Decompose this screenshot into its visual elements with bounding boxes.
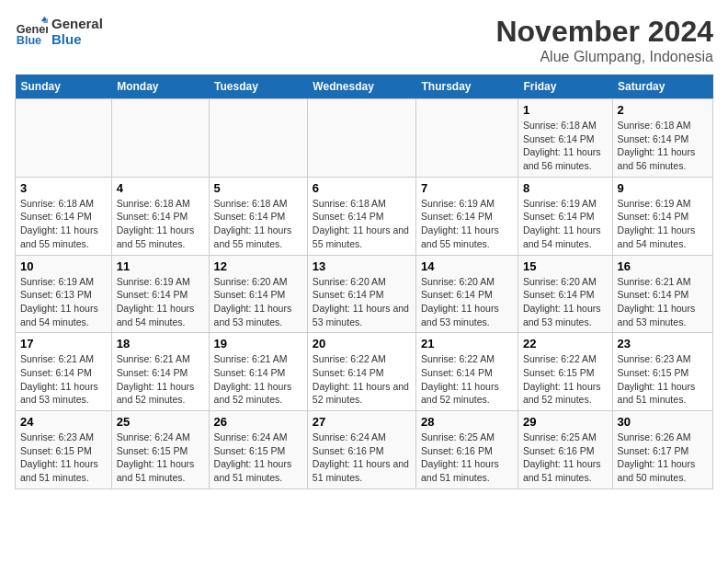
day-info: Sunrise: 6:19 AM Sunset: 6:14 PM Dayligh… xyxy=(618,197,708,251)
calendar-cell: 2Sunrise: 6:18 AM Sunset: 6:14 PM Daylig… xyxy=(612,99,712,178)
day-number: 27 xyxy=(313,415,411,429)
day-info: Sunrise: 6:19 AM Sunset: 6:13 PM Dayligh… xyxy=(20,275,107,329)
day-number: 2 xyxy=(618,103,708,117)
day-number: 29 xyxy=(523,415,608,429)
calendar-cell: 19Sunrise: 6:21 AM Sunset: 6:14 PM Dayli… xyxy=(209,333,307,411)
calendar-cell: 24Sunrise: 6:23 AM Sunset: 6:15 PM Dayli… xyxy=(16,411,112,489)
calendar-cell: 22Sunrise: 6:22 AM Sunset: 6:15 PM Dayli… xyxy=(518,333,612,411)
day-info: Sunrise: 6:19 AM Sunset: 6:14 PM Dayligh… xyxy=(117,275,204,329)
day-number: 13 xyxy=(313,259,411,273)
day-number: 7 xyxy=(421,181,513,195)
calendar-day-header: Sunday xyxy=(16,75,112,99)
day-info: Sunrise: 6:23 AM Sunset: 6:15 PM Dayligh… xyxy=(20,431,107,485)
calendar-cell: 13Sunrise: 6:20 AM Sunset: 6:14 PM Dayli… xyxy=(307,255,415,333)
calendar-cell: 30Sunrise: 6:26 AM Sunset: 6:17 PM Dayli… xyxy=(612,411,712,489)
day-number: 26 xyxy=(214,415,302,429)
day-number: 23 xyxy=(618,337,708,350)
day-info: Sunrise: 6:19 AM Sunset: 6:14 PM Dayligh… xyxy=(421,197,513,251)
page-header: General Blue General Blue November 2024 … xyxy=(15,15,713,65)
day-number: 21 xyxy=(421,337,513,350)
logo: General Blue General Blue xyxy=(15,15,103,48)
day-info: Sunrise: 6:20 AM Sunset: 6:14 PM Dayligh… xyxy=(313,275,411,329)
day-number: 8 xyxy=(523,181,608,195)
day-number: 6 xyxy=(313,181,411,195)
logo-blue: Blue xyxy=(51,31,103,47)
calendar-table: SundayMondayTuesdayWednesdayThursdayFrid… xyxy=(15,75,713,489)
calendar-cell: 8Sunrise: 6:19 AM Sunset: 6:14 PM Daylig… xyxy=(518,177,612,255)
day-number: 18 xyxy=(117,337,204,350)
day-info: Sunrise: 6:23 AM Sunset: 6:15 PM Dayligh… xyxy=(618,352,708,407)
calendar-cell: 15Sunrise: 6:20 AM Sunset: 6:14 PM Dayli… xyxy=(518,255,612,333)
calendar-cell: 28Sunrise: 6:25 AM Sunset: 6:16 PM Dayli… xyxy=(416,411,518,489)
calendar-cell: 26Sunrise: 6:24 AM Sunset: 6:15 PM Dayli… xyxy=(209,411,307,489)
day-info: Sunrise: 6:26 AM Sunset: 6:17 PM Dayligh… xyxy=(618,431,708,485)
calendar-week-row: 1Sunrise: 6:18 AM Sunset: 6:14 PM Daylig… xyxy=(16,99,713,178)
day-info: Sunrise: 6:18 AM Sunset: 6:14 PM Dayligh… xyxy=(313,197,411,251)
calendar-cell: 6Sunrise: 6:18 AM Sunset: 6:14 PM Daylig… xyxy=(307,177,415,255)
calendar-cell: 29Sunrise: 6:25 AM Sunset: 6:16 PM Dayli… xyxy=(518,411,612,489)
day-number: 30 xyxy=(618,415,708,429)
calendar-day-header: Tuesday xyxy=(209,75,307,99)
calendar-day-header: Friday xyxy=(518,75,612,99)
day-info: Sunrise: 6:18 AM Sunset: 6:14 PM Dayligh… xyxy=(523,119,608,173)
day-number: 16 xyxy=(618,259,708,273)
calendar-cell: 17Sunrise: 6:21 AM Sunset: 6:14 PM Dayli… xyxy=(16,333,112,411)
day-number: 17 xyxy=(20,337,107,350)
calendar-cell: 25Sunrise: 6:24 AM Sunset: 6:15 PM Dayli… xyxy=(111,411,209,489)
day-info: Sunrise: 6:18 AM Sunset: 6:14 PM Dayligh… xyxy=(20,197,107,251)
day-info: Sunrise: 6:18 AM Sunset: 6:14 PM Dayligh… xyxy=(117,197,204,251)
day-info: Sunrise: 6:24 AM Sunset: 6:15 PM Dayligh… xyxy=(117,431,204,485)
calendar-cell xyxy=(307,99,415,178)
day-number: 12 xyxy=(214,259,302,273)
calendar-cell: 20Sunrise: 6:22 AM Sunset: 6:14 PM Dayli… xyxy=(307,333,415,411)
day-number: 4 xyxy=(117,181,204,195)
day-info: Sunrise: 6:25 AM Sunset: 6:16 PM Dayligh… xyxy=(523,431,608,485)
day-info: Sunrise: 6:18 AM Sunset: 6:14 PM Dayligh… xyxy=(618,119,708,173)
calendar-cell: 27Sunrise: 6:24 AM Sunset: 6:16 PM Dayli… xyxy=(307,411,415,489)
day-number: 1 xyxy=(523,103,608,117)
day-info: Sunrise: 6:22 AM Sunset: 6:15 PM Dayligh… xyxy=(523,352,608,407)
calendar-header-row: SundayMondayTuesdayWednesdayThursdayFrid… xyxy=(16,75,713,99)
day-info: Sunrise: 6:21 AM Sunset: 6:14 PM Dayligh… xyxy=(117,352,204,407)
calendar-day-header: Wednesday xyxy=(307,75,415,99)
calendar-cell: 12Sunrise: 6:20 AM Sunset: 6:14 PM Dayli… xyxy=(209,255,307,333)
day-info: Sunrise: 6:24 AM Sunset: 6:16 PM Dayligh… xyxy=(313,431,411,485)
calendar-week-row: 24Sunrise: 6:23 AM Sunset: 6:15 PM Dayli… xyxy=(16,411,713,489)
day-info: Sunrise: 6:22 AM Sunset: 6:14 PM Dayligh… xyxy=(421,352,513,407)
day-info: Sunrise: 6:19 AM Sunset: 6:14 PM Dayligh… xyxy=(523,197,608,251)
calendar-cell: 5Sunrise: 6:18 AM Sunset: 6:14 PM Daylig… xyxy=(209,177,307,255)
calendar-week-row: 17Sunrise: 6:21 AM Sunset: 6:14 PM Dayli… xyxy=(16,333,713,411)
calendar-day-header: Thursday xyxy=(416,75,518,99)
day-number: 22 xyxy=(523,337,608,350)
day-info: Sunrise: 6:21 AM Sunset: 6:14 PM Dayligh… xyxy=(20,352,107,407)
calendar-cell xyxy=(111,99,209,178)
day-info: Sunrise: 6:18 AM Sunset: 6:14 PM Dayligh… xyxy=(214,197,302,251)
calendar-cell: 14Sunrise: 6:20 AM Sunset: 6:14 PM Dayli… xyxy=(416,255,518,333)
day-number: 15 xyxy=(523,259,608,273)
day-number: 28 xyxy=(421,415,513,429)
day-number: 5 xyxy=(214,181,302,195)
day-info: Sunrise: 6:25 AM Sunset: 6:16 PM Dayligh… xyxy=(421,431,513,485)
page-title: November 2024 xyxy=(495,15,713,49)
calendar-cell: 16Sunrise: 6:21 AM Sunset: 6:14 PM Dayli… xyxy=(612,255,712,333)
calendar-week-row: 3Sunrise: 6:18 AM Sunset: 6:14 PM Daylig… xyxy=(16,177,713,255)
day-info: Sunrise: 6:20 AM Sunset: 6:14 PM Dayligh… xyxy=(421,275,513,329)
logo-general: General xyxy=(51,16,103,31)
calendar-day-header: Monday xyxy=(111,75,209,99)
calendar-cell: 21Sunrise: 6:22 AM Sunset: 6:14 PM Dayli… xyxy=(416,333,518,411)
day-number: 10 xyxy=(20,259,107,273)
day-number: 25 xyxy=(117,415,204,429)
calendar-week-row: 10Sunrise: 6:19 AM Sunset: 6:13 PM Dayli… xyxy=(16,255,713,333)
day-number: 11 xyxy=(117,259,204,273)
day-number: 9 xyxy=(618,181,708,195)
calendar-cell xyxy=(16,99,112,178)
calendar-cell xyxy=(416,99,518,178)
calendar-cell: 23Sunrise: 6:23 AM Sunset: 6:15 PM Dayli… xyxy=(612,333,712,411)
calendar-cell: 10Sunrise: 6:19 AM Sunset: 6:13 PM Dayli… xyxy=(16,255,112,333)
day-info: Sunrise: 6:22 AM Sunset: 6:14 PM Dayligh… xyxy=(313,352,411,407)
calendar-day-header: Saturday xyxy=(612,75,712,99)
calendar-cell: 18Sunrise: 6:21 AM Sunset: 6:14 PM Dayli… xyxy=(111,333,209,411)
calendar-cell: 9Sunrise: 6:19 AM Sunset: 6:14 PM Daylig… xyxy=(612,177,712,255)
day-info: Sunrise: 6:24 AM Sunset: 6:15 PM Dayligh… xyxy=(214,431,302,485)
title-block: November 2024 Alue Glumpang, Indonesia xyxy=(495,15,713,65)
